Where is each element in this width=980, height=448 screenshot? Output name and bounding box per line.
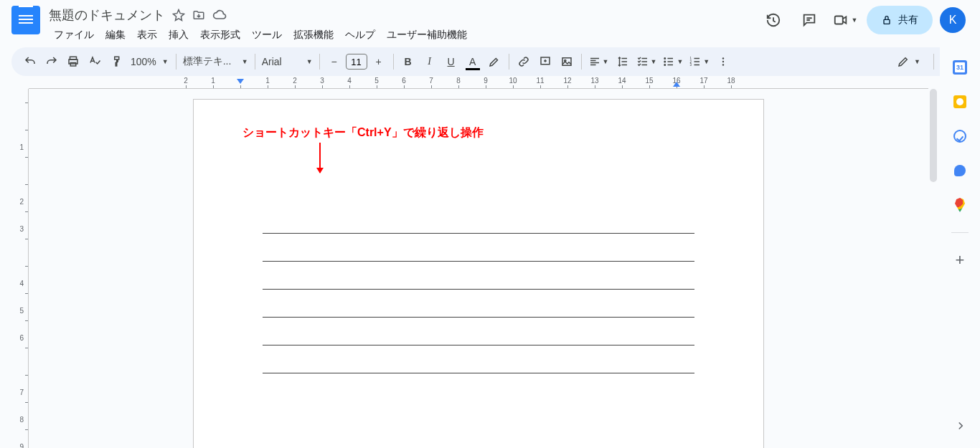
- menu-help[interactable]: ヘルプ: [340, 26, 380, 44]
- svg-point-9: [664, 61, 666, 62]
- maps-app-button[interactable]: [953, 198, 967, 212]
- indent-left-marker[interactable]: [237, 79, 244, 84]
- add-comment-button[interactable]: [535, 52, 555, 72]
- bulleted-list-button[interactable]: ▼: [660, 52, 685, 72]
- paint-format-button[interactable]: [106, 52, 126, 72]
- svg-point-15: [722, 61, 724, 62]
- add-app-button[interactable]: +: [953, 253, 967, 267]
- chevron-down-icon: ▼: [852, 16, 858, 24]
- ruler-area: 12345678910 2112345678910111213141516171…: [29, 77, 940, 448]
- para-style-value: 標準テキ...: [183, 55, 240, 68]
- font-family-select[interactable]: Arial▼: [260, 52, 315, 72]
- svg-point-16: [722, 64, 724, 65]
- title-right: ▼ 共有 K: [759, 6, 969, 34]
- contacts-app-button[interactable]: [953, 163, 967, 178]
- line-spacing-button[interactable]: [613, 52, 633, 72]
- separator: [255, 54, 255, 70]
- calendar-day: 31: [955, 62, 965, 72]
- toolbar-wrap: 100%▼ 標準テキ...▼ Arial▼ − 11 + B I U A ▼ ▼…: [0, 47, 980, 76]
- comments-icon[interactable]: [795, 6, 824, 34]
- chevron-down-icon: ▼: [914, 58, 920, 65]
- annotation-text: ショートカットキー「Ctrl+Y」で繰り返し操作: [242, 125, 484, 140]
- svg-rect-6: [562, 58, 571, 66]
- indent-right-marker[interactable]: [673, 82, 680, 87]
- chevron-down-icon: ▼: [677, 58, 683, 65]
- svg-rect-1: [884, 19, 890, 24]
- menu-edit[interactable]: 編集: [100, 26, 131, 44]
- checklist-button[interactable]: ▼: [634, 52, 659, 72]
- history-icon[interactable]: [759, 6, 788, 34]
- scrollbar-thumb[interactable]: [930, 89, 937, 182]
- align-button[interactable]: ▼: [586, 52, 611, 72]
- text-color-button[interactable]: A: [463, 52, 483, 72]
- font-size-input[interactable]: 11: [346, 54, 367, 70]
- star-icon[interactable]: [172, 9, 185, 22]
- horizontal-rule: [263, 233, 694, 234]
- highlight-button[interactable]: [484, 52, 504, 72]
- account-avatar[interactable]: K: [940, 7, 966, 33]
- editing-mode-button[interactable]: ▼: [890, 52, 928, 72]
- horizontal-rule: [263, 289, 694, 290]
- page[interactable]: ショートカットキー「Ctrl+Y」で繰り返し操作: [193, 99, 764, 448]
- main-area: 12345678910 2112345678910111213141516171…: [0, 77, 940, 448]
- menu-insert[interactable]: 挿入: [164, 26, 194, 44]
- menu-format[interactable]: 表示形式: [195, 26, 245, 44]
- paragraph-style-select[interactable]: 標準テキ...▼: [181, 52, 250, 72]
- svg-point-8: [664, 58, 666, 59]
- share-button[interactable]: 共有: [867, 6, 933, 34]
- menu-accessibility[interactable]: ユーザー補助機能: [382, 26, 472, 44]
- zoom-select[interactable]: 100%▼: [128, 52, 171, 72]
- undo-button[interactable]: [20, 52, 40, 72]
- chevron-down-icon: ▼: [306, 58, 313, 65]
- title-bar: 無題のドキュメント ファイル 編集 表示 挿入 表示形式 ツール 拡張機能 ヘル…: [0, 0, 980, 46]
- numbered-list-button[interactable]: 123▼: [687, 52, 712, 72]
- horizontal-ruler[interactable]: 21123456789101112131415161718: [29, 77, 928, 89]
- move-folder-icon[interactable]: [192, 9, 205, 22]
- calendar-app-button[interactable]: 31: [953, 60, 967, 75]
- zoom-value: 100%: [131, 56, 156, 67]
- separator: [319, 54, 320, 70]
- insert-link-button[interactable]: [514, 52, 534, 72]
- keep-app-button[interactable]: [953, 95, 967, 109]
- font-size-increase[interactable]: +: [369, 52, 389, 72]
- italic-button[interactable]: I: [420, 52, 440, 72]
- side-panel-separator: [951, 232, 969, 233]
- more-toolbar-button[interactable]: [713, 52, 733, 72]
- separator: [393, 54, 394, 70]
- cloud-status-icon[interactable]: [212, 8, 227, 22]
- separator: [581, 54, 582, 70]
- hide-sidepanel-button[interactable]: [954, 419, 967, 435]
- menu-extensions[interactable]: 拡張機能: [288, 26, 339, 44]
- share-label: 共有: [898, 14, 918, 27]
- redo-button[interactable]: [42, 52, 62, 72]
- document-canvas[interactable]: ショートカットキー「Ctrl+Y」で繰り返し操作: [29, 89, 928, 448]
- toolbar: 100%▼ 標準テキ...▼ Arial▼ − 11 + B I U A ▼ ▼…: [11, 47, 969, 76]
- insert-image-button[interactable]: [557, 52, 577, 72]
- horizontal-rule: [263, 345, 694, 345]
- menu-tools[interactable]: ツール: [247, 26, 287, 44]
- separator: [933, 54, 934, 70]
- svg-point-10: [664, 65, 666, 66]
- separator: [176, 54, 176, 70]
- title-center: 無題のドキュメント ファイル 編集 表示 挿入 表示形式 ツール 拡張機能 ヘル…: [49, 6, 759, 44]
- chevron-down-icon: ▼: [651, 58, 657, 65]
- chevron-down-icon: ▼: [603, 58, 609, 65]
- title-row: 無題のドキュメント: [49, 6, 759, 24]
- horizontal-rule: [263, 261, 694, 262]
- font-size-decrease[interactable]: −: [324, 52, 344, 72]
- underline-button[interactable]: U: [441, 52, 461, 72]
- print-button[interactable]: [63, 52, 83, 72]
- svg-point-14: [722, 57, 724, 59]
- vertical-ruler[interactable]: 12345678910: [0, 89, 29, 448]
- tasks-app-button[interactable]: [953, 129, 967, 143]
- bold-button[interactable]: B: [398, 52, 418, 72]
- meet-button[interactable]: ▼: [831, 6, 859, 34]
- docs-logo-icon[interactable]: [11, 6, 40, 34]
- lock-icon: [881, 14, 892, 26]
- svg-text:3: 3: [690, 63, 692, 67]
- spellcheck-button[interactable]: [85, 52, 105, 72]
- menu-file[interactable]: ファイル: [49, 26, 99, 44]
- document-title[interactable]: 無題のドキュメント: [49, 6, 165, 24]
- menu-view[interactable]: 表示: [132, 26, 162, 44]
- svg-rect-0: [834, 16, 842, 24]
